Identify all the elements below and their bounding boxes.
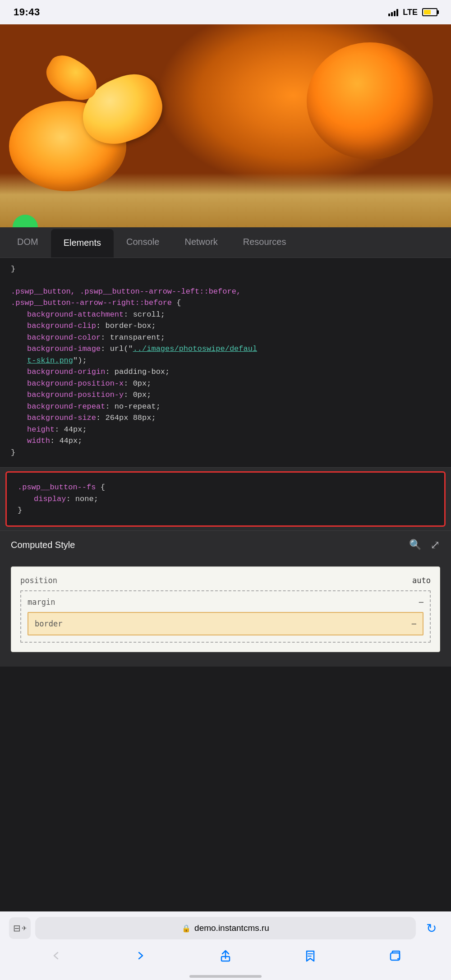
position-row: position auto [20,576,431,585]
orange-whole [307,42,433,160]
battery-fill [424,10,431,14]
tab-elements[interactable]: Elements [51,229,114,258]
home-bar [189,975,262,978]
bookmarks-button[interactable] [304,949,317,962]
hero-image [0,24,451,227]
computed-style-icons: 🔍 ⤢ [409,538,440,552]
code-closing-brace-2: } [18,505,433,516]
code-selector-line2: .pswp__button--arrow--right::before { [11,297,440,309]
bar2 [391,12,393,16]
devtools-tabs: DOM Elements Console Network Resources [0,227,451,258]
forward-button[interactable] [134,949,147,962]
code-prop-bg-pos-y: background-position-y: 0px; [11,389,440,401]
code-selector-line1: .pswp__button, .pswp__button--arrow--lef… [11,286,440,298]
reload-icon: ↻ [426,921,437,936]
border-label: border [35,619,62,628]
border-box: border – [28,612,423,635]
code-prop-width: width: 44px; [11,435,440,447]
code-prop-bg-clip: background-clip: border-box; [11,320,440,332]
code-selector-fs: .pswp__button--fs { [18,482,433,493]
tab-console[interactable]: Console [114,227,172,258]
browser-bottom-bar: ⊟ ✈ 🔒 demo.instantcms.ru ↻ [0,911,451,980]
code-prop-bg-origin: background-origin: padding-box; [11,366,440,378]
tabs-icon [389,949,401,962]
lte-label: LTE [403,8,418,17]
box-model-diagram: position auto margin – border – [11,566,440,652]
search-icon[interactable]: 🔍 [409,539,421,551]
bar1 [388,14,390,16]
back-icon [50,949,62,962]
forward-icon [134,949,147,962]
bar4 [396,9,398,16]
code-prop-height: height: 44px; [11,424,440,436]
border-row: border – [35,619,416,628]
share-button[interactable] [219,949,232,962]
code-prop-bg-image-cont: t-skin.png"); [11,355,440,367]
code-closing-brace-1: } [11,447,440,459]
tabs-button[interactable] [389,949,401,962]
code-prop-display: display: none; [18,493,433,505]
code-prop-bg-pos-x: background-position-x: 0px; [11,378,440,390]
margin-label: margin [28,598,55,607]
margin-dash: – [419,598,423,607]
code-block-2-highlighted[interactable]: .pswp__button--fs { display: none; } [5,471,446,527]
position-value: auto [412,576,431,585]
bottom-spacer [0,667,451,757]
code-prop-bg-repeat: background-repeat: no-repeat; [11,401,440,413]
signal-bars-icon [388,8,398,16]
tab-network[interactable]: Network [172,227,230,258]
tabs-list-icon: ⊟ [13,923,21,934]
code-closing-brace: } [11,263,440,275]
code-block-1: .pswp__button, .pswp__button--arrow--lef… [0,277,451,468]
tabs-list-button[interactable]: ⊟ ✈ [9,917,31,939]
bookmarks-icon [304,949,317,962]
devtools-panel: DOM Elements Console Network Resources }… [0,227,451,667]
code-prop-bg-size: background-size: 264px 88px; [11,412,440,424]
computed-style-header: Computed Style 🔍 ⤢ [0,530,451,559]
reload-button[interactable]: ↻ [420,917,442,939]
share-icon [219,949,232,962]
orange-background [0,24,451,227]
lock-icon: 🔒 [182,924,191,933]
url-bar-area: ⊟ ✈ 🔒 demo.instantcms.ru ↻ [0,911,451,945]
url-field[interactable]: 🔒 demo.instantcms.ru [35,917,416,939]
code-prop-bg-color: background-color: transparent; [11,332,440,344]
computed-style-title: Computed Style [11,540,75,550]
browser-actions [0,945,451,975]
margin-box: margin – border – [20,590,431,643]
home-indicator [0,975,451,980]
battery-icon [422,8,437,16]
border-dash: – [412,619,416,628]
tabs-share-icon: ✈ [22,925,27,932]
margin-row: margin – [28,598,423,607]
bar3 [394,11,396,16]
url-bar-row: ⊟ ✈ 🔒 demo.instantcms.ru ↻ [9,917,442,939]
url-text: demo.instantcms.ru [194,923,269,933]
code-closing-section: } [0,258,451,277]
box-model-container: position auto margin – border – [0,559,451,667]
back-button[interactable] [50,949,62,962]
tab-dom[interactable]: DOM [5,227,51,258]
status-icons: LTE [388,8,437,17]
code-prop-bg-attachment: background-attachment: scroll; [11,309,440,321]
position-label: position [20,576,57,585]
status-time: 19:43 [14,6,40,18]
status-bar: 19:43 LTE [0,0,451,24]
code-prop-bg-image: background-image: url("../images/photosw… [11,343,440,355]
tab-resources[interactable]: Resources [230,227,299,258]
expand-icon[interactable]: ⤢ [430,538,440,552]
